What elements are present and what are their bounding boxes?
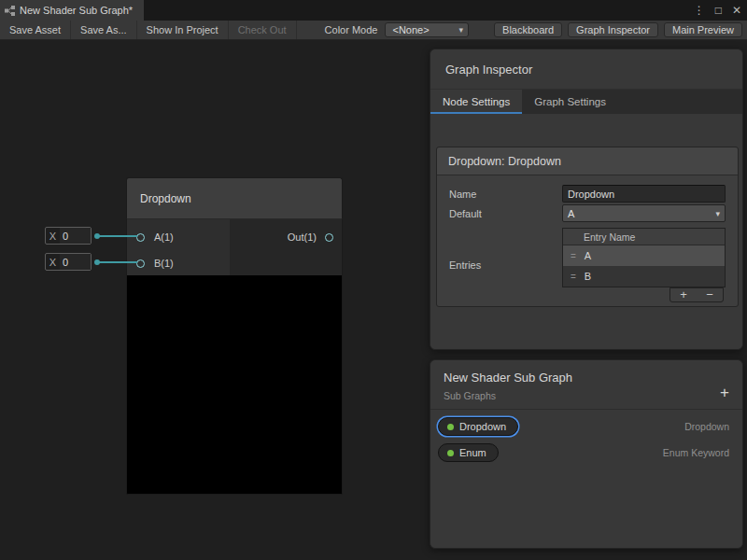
port-a-label: A(1) — [154, 231, 174, 244]
node-preview — [126, 275, 343, 495]
port-input-a-axis-label: X — [46, 231, 60, 242]
color-mode-dropdown[interactable]: <None> ▾ — [385, 22, 469, 37]
port-out-label: Out(1) — [288, 231, 317, 244]
dropdown-node[interactable]: Dropdown A(1) B(1) Out(1) — [126, 177, 343, 495]
name-field-label: Name — [449, 189, 476, 200]
entry-row[interactable]: = B — [563, 266, 725, 287]
save-as-button[interactable]: Save As... — [71, 21, 137, 39]
show-in-project-button[interactable]: Show In Project — [137, 21, 229, 39]
node-header[interactable]: Dropdown — [126, 177, 343, 219]
color-mode-label: Color Mode — [297, 21, 386, 39]
check-out-button: Check Out — [229, 21, 297, 39]
keyword-color-dot-icon — [447, 424, 454, 430]
graph-inspector-toggle-button[interactable]: Graph Inspector — [568, 22, 658, 37]
default-dropdown[interactable]: A ▾ — [562, 204, 726, 222]
remove-entry-button[interactable]: − — [706, 288, 713, 301]
tab-graph-settings[interactable]: Graph Settings — [522, 90, 618, 114]
add-entry-button[interactable]: + — [680, 288, 687, 301]
chevron-down-icon: ▾ — [459, 25, 464, 35]
node-body: A(1) B(1) Out(1) — [126, 219, 343, 275]
blackboard-item-dropdown[interactable]: Dropdown — [438, 417, 518, 436]
edge-b — [96, 261, 137, 263]
document-tab[interactable]: New Shader Sub Graph* — [0, 0, 144, 21]
port-input-a[interactable]: X 0 — [45, 227, 92, 245]
port-b-label: B(1) — [154, 258, 174, 270]
toolbar: Save Asset Save As... Show In Project Ch… — [0, 21, 747, 40]
port-a-icon[interactable] — [136, 233, 145, 242]
keyword-color-dot-icon — [447, 450, 454, 456]
port-input-a-value[interactable]: 0 — [60, 228, 91, 244]
document-tab-label: New Shader Sub Graph* — [20, 5, 133, 16]
inspector-tab-bar: Node Settings Graph Settings — [430, 89, 742, 114]
drag-handle-icon[interactable]: = — [571, 251, 576, 261]
drag-handle-icon[interactable]: = — [571, 272, 576, 282]
edge-a — [96, 235, 137, 237]
default-dropdown-value: A — [568, 208, 574, 219]
toolbar-right: Blackboard Graph Inspector Main Preview — [494, 21, 747, 39]
section-title: Dropdown: Dropdown — [437, 147, 738, 175]
port-input-b-axis-label: X — [46, 257, 60, 268]
blackboard-header: New Shader Sub Graph Sub Graphs + — [430, 360, 742, 410]
blackboard-title: New Shader Sub Graph — [444, 371, 729, 385]
graph-inspector-panel: Graph Inspector Node Settings Graph Sett… — [430, 49, 743, 350]
color-mode-value: <None> — [392, 24, 429, 35]
blackboard-item-type: Enum Keyword — [663, 447, 729, 458]
default-field-label: Default — [449, 208, 482, 219]
name-field[interactable]: Dropdown — [562, 185, 726, 203]
port-input-b[interactable]: X 0 — [45, 253, 92, 271]
node-title: Dropdown — [140, 192, 191, 205]
graph-inspector-title: Graph Inspector — [430, 49, 742, 89]
node-output-column — [230, 219, 342, 275]
blackboard-item-type: Dropdown — [684, 421, 729, 432]
node-settings-section: Dropdown: Dropdown Name Dropdown Default… — [436, 147, 739, 307]
blackboard-panel: New Shader Sub Graph Sub Graphs + Dropdo… — [430, 359, 743, 549]
save-asset-button[interactable]: Save Asset — [0, 21, 71, 39]
tab-node-settings[interactable]: Node Settings — [430, 90, 522, 114]
maximize-icon[interactable]: □ — [715, 4, 722, 17]
title-bar: New Shader Sub Graph* ⋮ □ ✕ — [0, 0, 747, 21]
chevron-down-icon: ▾ — [715, 209, 720, 218]
more-icon[interactable]: ⋮ — [694, 4, 705, 17]
entry-row-label: B — [585, 271, 591, 282]
entries-list-footer: + − — [669, 287, 724, 302]
entry-row[interactable]: = A — [563, 245, 725, 266]
main-preview-toggle-button[interactable]: Main Preview — [664, 22, 742, 37]
shadergraph-icon — [5, 6, 15, 16]
blackboard-row: Dropdown Dropdown — [438, 416, 729, 437]
add-property-button[interactable]: + — [720, 385, 729, 400]
blackboard-item-label: Dropdown — [459, 421, 506, 432]
blackboard-subtitle: Sub Graphs — [444, 390, 729, 401]
entries-list-header: Entry Name — [563, 229, 725, 245]
port-input-b-value[interactable]: 0 — [60, 254, 91, 270]
blackboard-toggle-button[interactable]: Blackboard — [494, 22, 562, 37]
close-icon[interactable]: ✕ — [732, 4, 741, 17]
port-out-icon[interactable] — [325, 233, 333, 242]
port-b-icon[interactable] — [136, 259, 145, 268]
window-controls: ⋮ □ ✕ — [694, 0, 741, 21]
entries-list: Entry Name = A = B — [562, 228, 726, 287]
blackboard-row: Enum Enum Keyword — [438, 442, 729, 463]
blackboard-item-enum[interactable]: Enum — [438, 443, 499, 462]
blackboard-item-label: Enum — [459, 447, 486, 458]
entries-field-label: Entries — [449, 259, 481, 271]
entry-row-label: A — [585, 250, 591, 261]
